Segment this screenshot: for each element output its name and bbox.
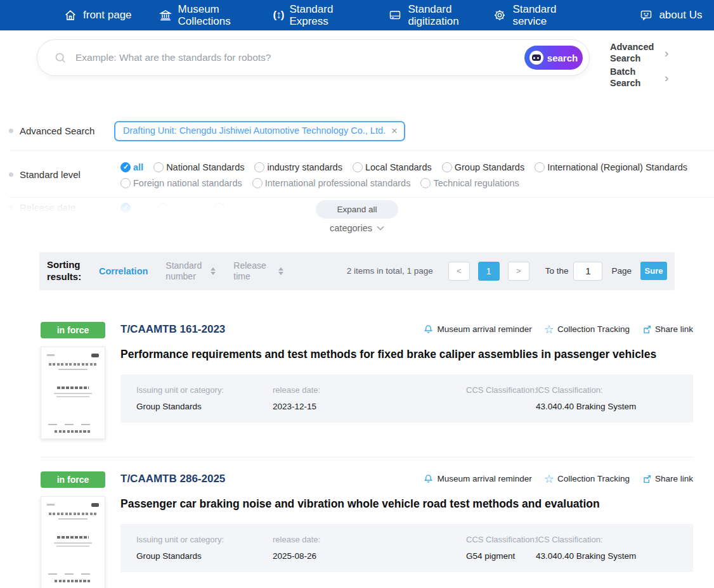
radio-icon [254, 162, 264, 172]
goto-confirm-button[interactable]: Sure [640, 262, 667, 280]
search-button-label: search [547, 53, 578, 63]
advanced-search-label: Advanced Search [20, 125, 94, 136]
goto-page-label: To the [545, 266, 569, 276]
chevron-right-icon: › [665, 71, 668, 85]
advanced-search-link[interactable]: Advanced Search › [610, 42, 668, 64]
result-item: in force T/CAAMTB 286-2025 Museum arriva… [41, 471, 693, 588]
nav-label: about Us [659, 9, 702, 21]
museum-arrival-reminder-link[interactable]: Museum arrival reminder [423, 473, 531, 484]
star-icon: ☆ [544, 324, 554, 335]
radio-technical-regulations[interactable]: Technical regulations [420, 178, 519, 188]
sort-by-correlation[interactable]: Correlation [99, 266, 148, 276]
collapsed-filters-zone: Release date Expand all categories [0, 198, 714, 248]
expand-all-button[interactable]: Expand all [316, 200, 398, 219]
star-icon: ☆ [544, 473, 554, 485]
museum-arrival-reminder-link[interactable]: Museum arrival reminder [423, 324, 531, 335]
standard-cover-thumbnail[interactable] [41, 347, 105, 439]
nav-label: front page [83, 9, 132, 21]
chevron-down-icon [377, 226, 384, 231]
top-navigation: front page Museum Collections (↕) Standa… [0, 0, 714, 30]
status-badge: in force [41, 471, 105, 488]
standard-details: Issuing unit or category:Group Standards… [120, 374, 693, 423]
page-word-label: Page [611, 266, 632, 276]
batch-search-link[interactable]: Batch Search › [610, 67, 668, 89]
radio-international-professional-standards[interactable]: International professional standards [252, 178, 411, 188]
nav-about-us[interactable]: about Us [639, 8, 702, 22]
museum-icon [159, 8, 172, 22]
standard-level-label: Standard level [20, 169, 81, 180]
standard-title-link[interactable]: Passenger car braking noise and vibratio… [120, 497, 693, 511]
radio-checked-icon [120, 203, 131, 213]
sorting-bar: Sorting results: Correlation Standard nu… [39, 252, 675, 290]
standard-cover-thumbnail[interactable] [41, 496, 105, 588]
share-icon [642, 324, 652, 335]
share-icon [642, 474, 652, 484]
home-icon [63, 8, 77, 22]
pagination-prev-button[interactable]: < [448, 262, 470, 281]
categories-toggle[interactable]: categories [0, 223, 714, 233]
radio-foreign-national-standards[interactable]: Foreign national standards [120, 178, 242, 188]
nav-label: Standard service [512, 3, 571, 27]
collection-tracking-link[interactable]: ☆ Collection Tracking [544, 324, 630, 335]
goto-page-input[interactable] [573, 262, 602, 281]
results-summary: 2 items in total, 1 page [347, 266, 433, 276]
nav-museum-collections[interactable]: Museum Collections [159, 3, 237, 27]
about-chat-icon [639, 8, 653, 22]
release-date-label: Release date [20, 202, 75, 213]
radio-icon [153, 162, 164, 172]
standard-number-link[interactable]: T/CAAMTB 286-2025 [120, 473, 225, 485]
robot-icon [529, 51, 543, 65]
bell-icon [423, 324, 434, 335]
chevron-right-icon: › [665, 46, 668, 60]
drafting-unit-filter-tag[interactable]: Drafting Unit: Chengdu Jishiwei Automoti… [114, 121, 405, 141]
tag-close-icon[interactable]: × [391, 125, 398, 136]
radio-icon [535, 162, 545, 172]
radio-group-standards[interactable]: Group Standards [442, 162, 524, 172]
collection-tracking-link[interactable]: ☆ Collection Tracking [544, 473, 630, 485]
advanced-search-row: Advanced Search Drafting Unit: Chengdu J… [9, 121, 714, 151]
status-badge: in force [41, 322, 105, 338]
nav-front-page[interactable]: front page [63, 8, 132, 22]
nav-standard-express[interactable]: (↕) Standard Express [273, 3, 348, 27]
radio-local-standards[interactable]: Local Standards [353, 162, 432, 172]
nav-standard-service[interactable]: Standard service [493, 3, 571, 27]
digitization-icon [388, 8, 402, 22]
search-magnifier-icon [54, 51, 67, 65]
results-list: in force T/CAAMTB 161-2023 Museum arriva… [41, 322, 693, 588]
search-input[interactable] [75, 52, 524, 63]
release-date-row-collapsed: Release date [9, 201, 275, 214]
bullet-dot [9, 129, 13, 133]
sort-by-release-time[interactable]: Release time [233, 260, 283, 282]
sort-by-standard-number[interactable]: Standard number [166, 260, 216, 282]
pagination-page-1[interactable]: 1 [478, 262, 500, 281]
sort-arrows-icon [278, 267, 283, 275]
radio-icon [120, 178, 131, 188]
sorting-results-label: Sorting results: [47, 259, 89, 283]
sort-arrows-icon [211, 267, 216, 275]
standard-title-link[interactable]: Performance requirements and test method… [120, 348, 693, 361]
radio-international-regional-standards[interactable]: International (Regional) Standards [535, 162, 687, 172]
service-gear-icon [493, 8, 507, 22]
express-icon: (↕) [273, 9, 284, 21]
share-link[interactable]: Share link [642, 324, 693, 335]
bullet-dot [9, 172, 13, 177]
radio-industry-standards[interactable]: industry standards [254, 162, 342, 172]
radio-icon [442, 162, 452, 172]
nav-label: Museum Collections [178, 3, 237, 27]
radio-icon [214, 203, 224, 213]
nav-label: Standard digitization [408, 3, 466, 27]
result-item: in force T/CAAMTB 161-2023 Museum arriva… [41, 322, 693, 457]
pagination-next-button[interactable]: > [508, 262, 529, 281]
radio-national-standards[interactable]: National Standards [153, 162, 244, 172]
radio-checked-icon [120, 162, 131, 172]
search-box: search [37, 39, 590, 76]
radio-icon [158, 203, 168, 213]
radio-icon [353, 162, 363, 172]
share-link[interactable]: Share link [642, 474, 693, 484]
search-button[interactable]: search [524, 46, 583, 70]
search-side-links: Advanced Search › Batch Search › [610, 39, 668, 92]
nav-standard-digitization[interactable]: Standard digitization [388, 3, 466, 27]
standard-number-link[interactable]: T/CAAMTB 161-2023 [120, 323, 225, 336]
radio-all[interactable]: all [120, 162, 143, 172]
standard-details: Issuing unit or category:Group Standards… [120, 524, 693, 572]
